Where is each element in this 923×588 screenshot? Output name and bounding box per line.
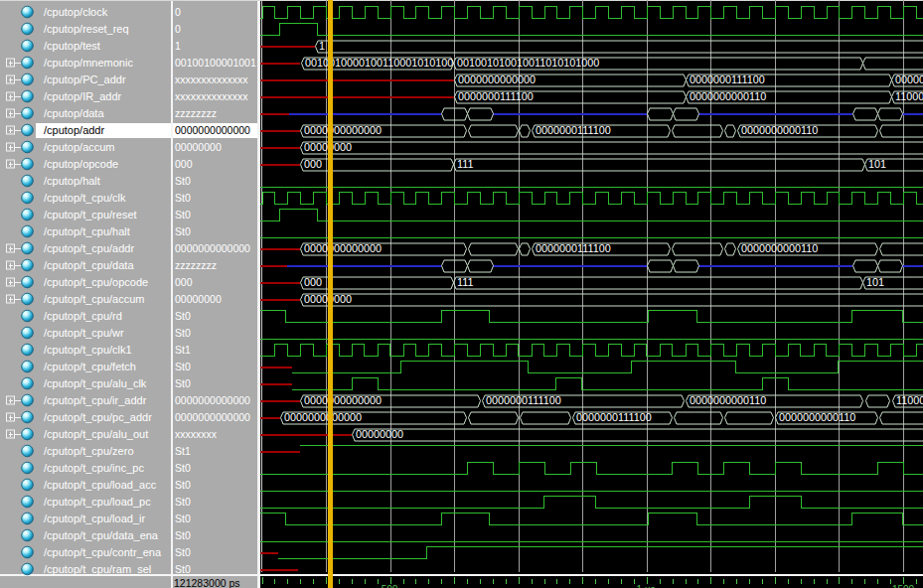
svg-text:000: 000 xyxy=(304,276,322,288)
svg-text:/cputop/t_cpu/zero: /cputop/t_cpu/zero xyxy=(44,445,134,457)
svg-text:St1: St1 xyxy=(175,445,191,457)
svg-text:/cputop/reset_req: /cputop/reset_req xyxy=(44,23,129,35)
svg-text:St0: St0 xyxy=(175,175,191,187)
svg-text:/cputop/t_cpu/inc_pc: /cputop/t_cpu/inc_pc xyxy=(44,462,144,474)
svg-text:0000000000110: 0000000000110 xyxy=(741,124,818,136)
svg-text:00100100001001: 00100100001001 xyxy=(175,57,256,69)
svg-text:0000000000000: 0000000000000 xyxy=(304,124,382,136)
svg-text:zzzzzzzz: zzzzzzzz xyxy=(175,259,217,271)
svg-text:000: 000 xyxy=(304,158,322,170)
svg-text:/cputop/t_cpu/wr: /cputop/t_cpu/wr xyxy=(44,327,124,339)
svg-text:0000000000000: 0000000000000 xyxy=(458,74,536,85)
svg-text:St0: St0 xyxy=(175,546,191,558)
svg-text:0: 0 xyxy=(175,23,181,35)
svg-text:1 us: 1 us xyxy=(637,584,656,588)
svg-text:1: 1 xyxy=(175,40,181,52)
svg-text:/cputop/t_cpu/alu_clk: /cputop/t_cpu/alu_clk xyxy=(44,377,147,389)
svg-text:0000000000110: 0000000000110 xyxy=(741,242,818,254)
svg-text:121283000 ps: 121283000 ps xyxy=(174,577,240,588)
svg-text:0000000111100: 0000000111100 xyxy=(690,74,765,85)
svg-text:St0: St0 xyxy=(175,377,191,389)
svg-text:101: 101 xyxy=(866,276,884,288)
svg-text:/cputop/data: /cputop/data xyxy=(44,107,104,119)
svg-text:/cputop/t_cpu/ir_addr: /cputop/t_cpu/ir_addr xyxy=(44,394,147,406)
svg-text:/cputop/t_cpu/load_ir: /cputop/t_cpu/load_ir xyxy=(44,513,145,524)
svg-text:St0: St0 xyxy=(175,361,191,372)
svg-text:0000000111100: 0000000111100 xyxy=(486,394,561,406)
svg-text:St0: St0 xyxy=(175,225,191,237)
svg-text:/cputop/t_cpu/halt: /cputop/t_cpu/halt xyxy=(44,225,130,237)
svg-text:/cputop/addr: /cputop/addr xyxy=(44,124,104,136)
svg-text:00000000: 00000000 xyxy=(175,141,222,153)
svg-text:0000000000110: 0000000000110 xyxy=(690,90,766,102)
svg-text:/cputop/t_cpu/clk: /cputop/t_cpu/clk xyxy=(44,192,126,204)
svg-text:0000000111100: 0000000111100 xyxy=(536,124,611,136)
svg-text:110000: 110000 xyxy=(895,90,923,102)
svg-text:0000000000110: 0000000000110 xyxy=(690,394,766,406)
svg-text:/cputop/t_cpu/ram_sel: /cputop/t_cpu/ram_sel xyxy=(44,563,151,575)
svg-text:0000000111100: 0000000111100 xyxy=(458,90,534,102)
svg-text:xxxxxxxxxxxxxx: xxxxxxxxxxxxxx xyxy=(175,90,248,102)
svg-text:St0: St0 xyxy=(175,192,191,204)
svg-text:0000000000000: 0000000000000 xyxy=(175,411,250,423)
svg-text:/cputop/t_cpu/data: /cputop/t_cpu/data xyxy=(44,259,134,271)
svg-text:0000000111100: 0000000111100 xyxy=(536,242,611,254)
svg-text:/cputop/mnemonic: /cputop/mnemonic xyxy=(44,57,133,69)
svg-text:001001010010011010101000: 001001010010011010101000 xyxy=(457,57,599,69)
svg-text:0000000000000: 0000000000000 xyxy=(304,242,382,254)
svg-text:St0: St0 xyxy=(175,209,191,220)
svg-text:/cputop/t_cpu/alu_out: /cputop/t_cpu/alu_out xyxy=(44,428,148,440)
svg-text:/cputop/t_cpu/addr: /cputop/t_cpu/addr xyxy=(44,242,134,254)
svg-text:0000000000000: 0000000000000 xyxy=(284,411,362,423)
svg-text:/cputop/t_cpu/contr_ena: /cputop/t_cpu/contr_ena xyxy=(44,546,162,558)
svg-text:0010010000100110001010100: 0010010000100110001010100 xyxy=(305,57,453,69)
svg-text:/cputop/halt: /cputop/halt xyxy=(44,175,100,187)
svg-text:/cputop/t_cpu/clk1: /cputop/t_cpu/clk1 xyxy=(44,344,132,356)
svg-text:/cputop/test: /cputop/test xyxy=(44,40,100,52)
svg-text:/cputop/t_cpu/rd: /cputop/t_cpu/rd xyxy=(44,310,122,322)
svg-text:111: 111 xyxy=(457,158,473,170)
svg-text:000: 000 xyxy=(175,276,193,288)
svg-text:St1: St1 xyxy=(175,344,191,356)
svg-text:xxxxxxxx: xxxxxxxx xyxy=(175,428,218,440)
svg-text:/cputop/t_cpu/load_pc: /cputop/t_cpu/load_pc xyxy=(44,496,151,508)
svg-text:0: 0 xyxy=(175,6,181,18)
svg-text:1: 1 xyxy=(319,40,325,52)
svg-text:0000000000000: 0000000000000 xyxy=(175,394,250,406)
svg-text:000000: 000000 xyxy=(895,74,923,85)
svg-text:1500: 1500 xyxy=(892,584,915,588)
svg-text:St0: St0 xyxy=(175,563,191,575)
svg-text:/cputop/t_cpu/load_acc: /cputop/t_cpu/load_acc xyxy=(44,479,157,491)
svg-text:/cputop/PC_addr: /cputop/PC_addr xyxy=(44,74,126,85)
svg-text:St0: St0 xyxy=(175,479,191,491)
svg-text:/cputop/t_cpu/fetch: /cputop/t_cpu/fetch xyxy=(44,361,136,372)
svg-text:/cputop/clock: /cputop/clock xyxy=(44,6,108,18)
svg-text:111: 111 xyxy=(457,276,473,288)
svg-text:zzzzzzzz: zzzzzzzz xyxy=(175,107,217,119)
svg-text:00000000: 00000000 xyxy=(356,428,403,440)
svg-text:St0: St0 xyxy=(175,529,191,541)
svg-text:0000000000110: 0000000000110 xyxy=(779,411,855,423)
svg-text:000: 000 xyxy=(175,158,193,170)
svg-text:101: 101 xyxy=(868,158,886,170)
svg-text:St0: St0 xyxy=(175,310,191,322)
svg-text:0000000000000: 0000000000000 xyxy=(175,242,250,254)
svg-text:110000: 110000 xyxy=(896,394,923,406)
svg-text:St0: St0 xyxy=(175,513,191,524)
svg-text:00000000: 00000000 xyxy=(175,293,222,305)
svg-text:/cputop/t_cpu/opcode: /cputop/t_cpu/opcode xyxy=(44,276,148,288)
svg-text:St0: St0 xyxy=(175,462,191,474)
svg-text:0000000111100: 0000000111100 xyxy=(576,411,652,423)
svg-text:/cputop/accum: /cputop/accum xyxy=(44,141,115,153)
svg-text:/cputop/t_cpu/pc_addr: /cputop/t_cpu/pc_addr xyxy=(44,411,152,423)
svg-text:/cputop/t_cpu/accum: /cputop/t_cpu/accum xyxy=(44,293,145,305)
svg-text:/cputop/t_cpu/data_ena: /cputop/t_cpu/data_ena xyxy=(44,529,159,541)
svg-text:St0: St0 xyxy=(175,496,191,508)
svg-text:xxxxxxxxxxxxxx: xxxxxxxxxxxxxx xyxy=(175,74,248,85)
svg-text:/cputop/t_cpu/reset: /cputop/t_cpu/reset xyxy=(44,209,137,220)
svg-text:500: 500 xyxy=(382,584,398,588)
svg-text:/cputop/IR_addr: /cputop/IR_addr xyxy=(44,90,122,102)
svg-text:/cputop/opcode: /cputop/opcode xyxy=(44,158,118,170)
svg-text:St0: St0 xyxy=(175,327,191,339)
svg-text:0000000000000: 0000000000000 xyxy=(304,394,382,406)
